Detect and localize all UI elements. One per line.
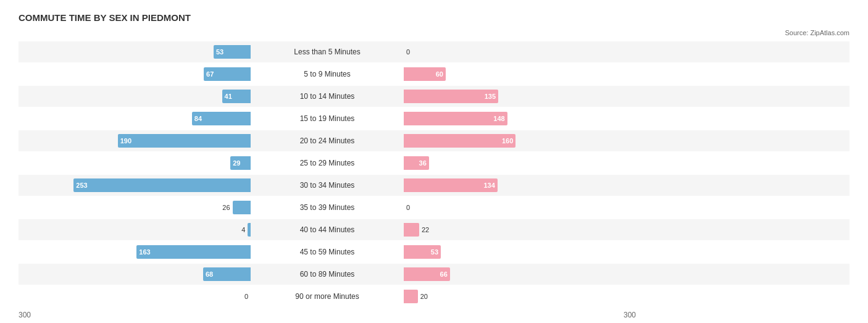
chart-row: 41 10 to 14 Minutes 135 (19, 86, 849, 107)
right-container: 20 (401, 290, 636, 303)
axis-row: 300 300 (19, 311, 849, 319)
male-bar: 68 (203, 267, 251, 281)
right-container: 160 (401, 134, 636, 148)
male-bar (233, 201, 251, 214)
row-label: 25 to 29 Minutes (253, 159, 401, 167)
axis-left-label: 300 (19, 311, 31, 319)
right-container: 134 (401, 178, 636, 192)
female-bar: 36 (404, 156, 429, 170)
left-container: 53 (19, 45, 253, 59)
female-value-outside: 0 (406, 204, 410, 211)
male-value-inside: 29 (230, 159, 243, 167)
source-label: Source: ZipAtlas.com (19, 29, 849, 36)
row-label: 20 to 24 Minutes (253, 136, 401, 145)
female-value-outside: 0 (406, 48, 410, 56)
right-container: 135 (401, 90, 636, 103)
left-container: 163 (19, 245, 253, 259)
left-container: 0 (19, 290, 253, 303)
chart-row: 84 15 to 19 Minutes 148 (19, 108, 849, 129)
left-container: 84 (19, 112, 253, 125)
row-label: 5 to 9 Minutes (253, 70, 401, 78)
male-bar: 84 (192, 112, 251, 125)
chart-row: 0 90 or more Minutes 20 (19, 286, 849, 307)
male-value-inside: 68 (203, 271, 215, 278)
chart-row: 29 25 to 29 Minutes 36 (19, 153, 849, 174)
row-label: Less than 5 Minutes (253, 48, 401, 56)
male-bar: 41 (222, 90, 251, 103)
male-bar: 67 (204, 67, 251, 81)
chart-row: 53 Less than 5 Minutes 0 (19, 41, 849, 62)
male-value-outside: 26 (222, 204, 230, 211)
female-value-outside: 22 (422, 226, 429, 233)
male-value-inside: 190 (118, 137, 134, 145)
female-bar: 66 (404, 267, 450, 281)
female-bar (404, 223, 419, 237)
right-container: 148 (401, 112, 636, 125)
female-value-inside: 134 (482, 182, 498, 189)
right-container: 0 (401, 201, 636, 214)
chart-row: 68 60 to 89 Minutes 66 (19, 264, 849, 285)
female-bar: 60 (404, 67, 446, 81)
chart-area: 53 Less than 5 Minutes 0 67 5 to 9 Minut… (19, 41, 849, 307)
male-value-inside: 67 (204, 70, 216, 78)
male-value-inside: 84 (192, 115, 204, 122)
female-value-inside: 160 (499, 137, 515, 145)
chart-row: 67 5 to 9 Minutes 60 (19, 64, 849, 85)
row-label: 15 to 19 Minutes (253, 114, 401, 123)
female-value-inside: 60 (433, 70, 446, 78)
left-container: 190 (19, 134, 253, 148)
male-bar: 190 (118, 134, 251, 148)
female-bar: 160 (404, 134, 515, 148)
left-container: 4 (19, 223, 253, 237)
chart-title: COMMUTE TIME BY SEX IN PIEDMONT (19, 12, 849, 23)
chart-row: 4 40 to 44 Minutes 22 (19, 219, 849, 240)
right-container: 22 (401, 223, 636, 237)
male-value-inside: 41 (222, 93, 235, 100)
male-value-outside: 4 (241, 226, 245, 233)
female-value-inside: 66 (438, 271, 450, 278)
male-bar: 163 (136, 245, 251, 259)
male-bar: 253 (73, 178, 251, 192)
chart-row: 253 30 to 34 Minutes 134 (19, 175, 849, 196)
male-value-inside: 253 (73, 182, 90, 189)
female-value-outside: 20 (420, 293, 428, 300)
row-label: 60 to 89 Minutes (253, 270, 401, 279)
female-bar: 148 (404, 112, 507, 125)
female-value-inside: 148 (491, 115, 507, 122)
right-container: 0 (401, 45, 636, 59)
right-container: 60 (401, 67, 636, 81)
left-container: 68 (19, 267, 253, 281)
female-value-inside: 36 (417, 159, 429, 167)
right-container: 66 (401, 267, 636, 281)
right-container: 36 (401, 156, 636, 170)
female-bar: 134 (404, 178, 498, 192)
row-label: 40 to 44 Minutes (253, 225, 401, 234)
left-container: 26 (19, 201, 253, 214)
female-bar (404, 290, 418, 303)
female-value-inside: 135 (482, 93, 498, 100)
right-container: 53 (401, 245, 636, 259)
row-label: 30 to 34 Minutes (253, 181, 401, 190)
female-bar: 135 (404, 90, 498, 103)
male-value-outside: 0 (244, 293, 248, 300)
axis-right-label: 300 (624, 311, 636, 319)
left-container: 253 (19, 178, 253, 192)
chart-row: 163 45 to 59 Minutes 53 (19, 241, 849, 262)
row-label: 90 or more Minutes (253, 292, 401, 301)
male-value-inside: 53 (214, 48, 226, 56)
male-bar: 53 (214, 45, 251, 59)
left-container: 41 (19, 90, 253, 103)
row-label: 45 to 59 Minutes (253, 248, 401, 256)
female-bar: 53 (404, 245, 441, 259)
left-container: 67 (19, 67, 253, 81)
chart-row: 190 20 to 24 Minutes 160 (19, 130, 849, 151)
male-bar: 29 (230, 156, 251, 170)
row-label: 10 to 14 Minutes (253, 92, 401, 101)
male-bar (248, 223, 251, 237)
row-label: 35 to 39 Minutes (253, 203, 401, 212)
male-value-inside: 163 (136, 248, 152, 256)
female-value-inside: 53 (428, 248, 441, 256)
chart-row: 26 35 to 39 Minutes 0 (19, 197, 849, 218)
left-container: 29 (19, 156, 253, 170)
